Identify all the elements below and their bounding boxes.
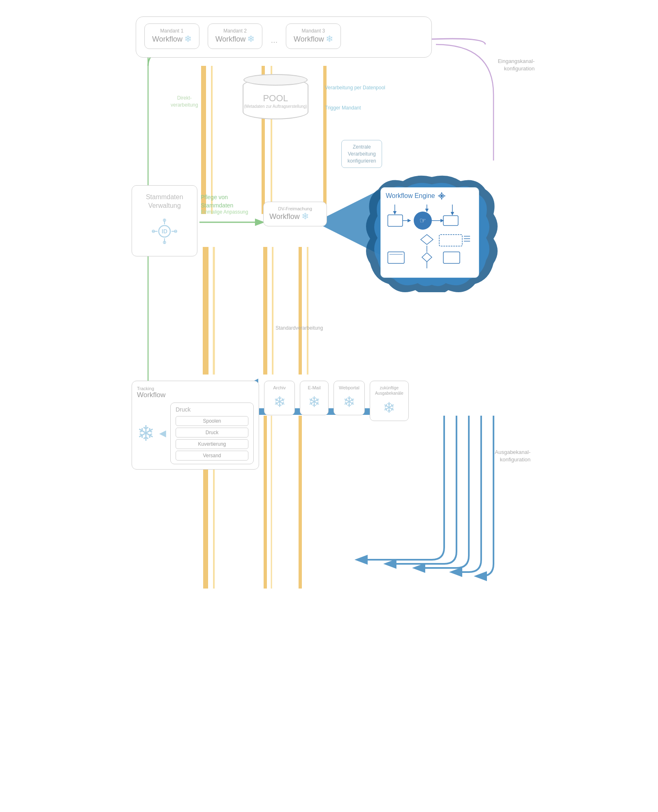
tracking-arrow-left-icon: ◀ [159, 428, 166, 439]
mandant-2-gear-icon: ❄ [247, 34, 255, 44]
email-gear-icon: ❄ [305, 393, 323, 411]
trigger-mandant-label: Trigger Mandant [325, 105, 361, 111]
id-icon: ID [138, 217, 191, 249]
stammdaten-title: StammdatenVerwaltung [138, 193, 191, 210]
webportal-box: Webportal ❄ [334, 381, 365, 415]
pool-title: POOL [263, 93, 288, 104]
tracking-druck-combined-box: Tracking Workflow ❄ ◀ Druck Spoolen Druc… [132, 381, 259, 470]
druck-item-1: Druck [176, 428, 248, 437]
zukuenftige-label: zukünftige Ausgabekanäle [375, 385, 403, 396]
svg-rect-15 [444, 195, 445, 196]
svg-rect-12 [441, 192, 442, 194]
bpmn-diagram: ☞ [386, 202, 472, 270]
svg-rect-26 [388, 252, 404, 263]
zukuenftige-box: zukünftige Ausgabekanäle ❄ [370, 381, 409, 421]
eingangskanal-label: Eingangskanal- konfiguration [481, 58, 535, 72]
verarbeitung-datenpool-label: Verarbeitung per Datenpool [325, 84, 385, 91]
zukuenftige-gear-icon: ❄ [375, 399, 403, 416]
workflow-engine-title: Workflow Engine [386, 192, 474, 200]
mandant-1-title: Workflow [152, 35, 183, 44]
svg-point-11 [440, 195, 443, 197]
mandant-3-gear-icon: ❄ [326, 34, 333, 44]
dv-freimachung-box: DV-Freimachung Workflow ❄ [263, 202, 327, 226]
archiv-label: Archiv [269, 385, 290, 390]
ausgabekanal-label: Ausgabekanal- konfiguration [495, 449, 531, 463]
webportal-gear-icon: ❄ [339, 393, 359, 411]
druck-item-0: Spoolen [176, 416, 248, 426]
email-label: E-Mail [305, 385, 323, 390]
svg-rect-22 [439, 235, 462, 246]
email-box: E-Mail ❄ [300, 381, 329, 415]
druck-item-2: Kuvertierung [176, 439, 248, 449]
pool-cylinder: POOL (Metadaten zur Auftragserstellung) [243, 78, 308, 119]
mandant-2-label: Mandant 2 [215, 28, 255, 34]
zentrale-verarbeitung-box: Zentrale Verarbeitung konfigurieren [341, 140, 382, 168]
druck-item-3: Versand [176, 451, 248, 461]
mandant-area: Mandant 1 Workflow ❄ Mandant 2 Workflow … [136, 16, 432, 58]
svg-text:☞: ☞ [419, 216, 426, 225]
svg-rect-21 [443, 216, 458, 226]
svg-rect-16 [388, 215, 403, 226]
svg-text:ID: ID [162, 228, 167, 235]
einmalige-anpassung-label: Einmalige Anpassung [201, 209, 248, 215]
dv-title: Workflow [269, 212, 300, 221]
mandant-3-title: Workflow [294, 35, 324, 44]
mandant-1-label: Mandant 1 [152, 28, 192, 34]
archiv-gear-icon: ❄ [269, 393, 290, 411]
webportal-label: Webportal [339, 385, 359, 390]
svg-rect-29 [443, 252, 460, 263]
mandant-1-gear-icon: ❄ [184, 34, 192, 44]
mandant-3-box: Mandant 3 Workflow ❄ [286, 23, 341, 49]
dv-label: DV-Freimachung [269, 206, 321, 211]
dv-gear-icon: ❄ [301, 211, 309, 222]
workflow-engine-gear-icon [438, 192, 446, 200]
druck-sub-box: Druck Spoolen Druck Kuvertierung Versand [170, 403, 254, 464]
tracking-gear-icon: ❄ [137, 423, 155, 444]
svg-rect-14 [438, 195, 440, 196]
bottom-output-area: Tracking Workflow ❄ ◀ Druck Spoolen Druc… [132, 381, 409, 470]
mandant-1-box: Mandant 1 Workflow ❄ [144, 23, 199, 49]
pool-container: POOL (Metadaten zur Auftragserstellung) [243, 78, 308, 119]
direkt-verarbeitung-label: Direkt-verarbeitung [171, 95, 198, 109]
tracking-title: Workflow [137, 391, 254, 399]
workflow-engine-box: Workflow Engine ☞ [380, 187, 479, 278]
stammdaten-box: StammdatenVerwaltung ID [132, 185, 197, 256]
svg-rect-13 [441, 198, 442, 200]
standardverarbeitung-label: Standardverarbeitung [276, 325, 323, 331]
mandant-dots: ... [271, 35, 278, 45]
tracking-small-label: Tracking [137, 386, 254, 391]
mandant-2-box: Mandant 2 Workflow ❄ [208, 23, 263, 49]
druck-title: Druck [176, 406, 248, 413]
mandant-3-label: Mandant 3 [294, 28, 333, 34]
workflow-engine-area: Workflow Engine ☞ [366, 173, 502, 305]
archiv-box: Archiv ❄ [264, 381, 295, 415]
pool-subtitle: (Metadaten zur Auftragserstellung) [244, 104, 307, 109]
pflege-stammdaten-label: Pflege von Stammdaten [201, 193, 233, 209]
mandant-2-title: Workflow [215, 35, 246, 44]
